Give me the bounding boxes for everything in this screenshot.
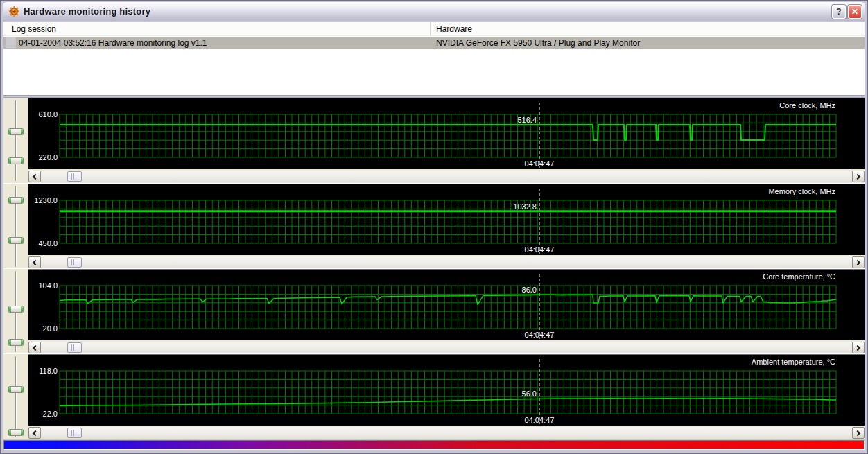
axis-max-label: 104.0	[30, 281, 58, 290]
graph-area: Core clock, MHz 610.0 220.0 516.4 04:04:…	[28, 98, 865, 169]
axis-max-label: 1230.0	[30, 196, 58, 204]
axis-min-label: 22.0	[30, 410, 58, 418]
slider-track[interactable]	[15, 356, 17, 437]
close-button[interactable]: ✕	[848, 5, 862, 19]
horizontal-scrollbar[interactable]	[28, 427, 865, 439]
axis-min-label: 20.0	[30, 324, 58, 333]
row-state-box	[6, 37, 16, 48]
scroll-left-icon	[33, 259, 38, 265]
chart-title: Core clock, MHz	[779, 101, 835, 110]
horizontal-scrollbar[interactable]	[28, 342, 865, 353]
scroll-left-button[interactable]	[28, 427, 41, 439]
scroll-right-button[interactable]	[852, 342, 865, 353]
chart-panel-core-clock: Core clock, MHz 610.0 220.0 516.4 04:04:…	[3, 98, 865, 183]
cursor-time-label: 04:04:47	[505, 331, 574, 339]
close-icon: ✕	[851, 7, 858, 17]
scrollbar-thumb[interactable]	[67, 171, 82, 182]
chart-panel-memory-clock: Memory clock, MHz 1230.0 450.0 1032.8 04…	[3, 183, 865, 268]
scroll-right-button[interactable]	[852, 171, 865, 182]
grip-icon	[71, 259, 78, 265]
axis-min-label: 220.0	[30, 153, 58, 161]
hardware-monitoring-history-window: Hardware monitoring history ? ✕ Log sess…	[0, 0, 868, 454]
cursor-time-label: 04:04:47	[505, 159, 574, 168]
slider-track[interactable]	[15, 100, 17, 181]
scroll-left-button[interactable]	[28, 256, 41, 268]
plot-memory-clock[interactable]	[28, 184, 865, 256]
scroll-right-icon	[855, 173, 860, 179]
list-header: Log session Hardware	[3, 22, 865, 36]
slider-thumb-max[interactable]	[8, 128, 24, 135]
range-slider[interactable]	[3, 269, 28, 354]
chart-title: Ambient temperature, °C	[752, 358, 835, 366]
range-slider[interactable]	[3, 98, 28, 183]
horizontal-scrollbar[interactable]	[28, 171, 865, 182]
slider-thumb-max[interactable]	[8, 386, 24, 393]
plot-ambient-temperature[interactable]	[28, 355, 865, 426]
scroll-left-button[interactable]	[28, 171, 41, 182]
help-icon: ?	[836, 7, 841, 17]
cursor-value-label: 516.4	[517, 116, 537, 124]
scrollbar-thumb[interactable]	[67, 342, 82, 353]
axis-max-label: 610.0	[30, 110, 58, 119]
column-header-log-session[interactable]: Log session	[3, 22, 431, 35]
scroll-right-button[interactable]	[852, 427, 865, 439]
axis-min-label: 450.0	[30, 239, 58, 247]
graph-area: Memory clock, MHz 1230.0 450.0 1032.8 04…	[28, 184, 865, 255]
scrollbar-track[interactable]	[41, 342, 852, 353]
horizontal-scrollbar[interactable]	[28, 256, 865, 268]
temperature-gradient-bar	[3, 440, 865, 450]
grip-icon	[71, 430, 78, 436]
log-session-row[interactable]: 04-01-2004 03:52:16 Hardware monitoring …	[3, 37, 865, 49]
scroll-left-icon	[33, 430, 38, 435]
slider-thumb-min[interactable]	[8, 429, 24, 436]
scroll-left-icon	[33, 173, 38, 179]
scroll-right-icon	[855, 430, 860, 435]
slider-thumb-min[interactable]	[8, 237, 24, 244]
scroll-left-button[interactable]	[28, 342, 41, 353]
chart-panel-ambient-temperature: Ambient temperature, °C 118.0 22.0 56.0 …	[3, 353, 865, 439]
cursor-time-label: 04:04:47	[505, 416, 574, 424]
charts-region: Core clock, MHz 610.0 220.0 516.4 04:04:…	[3, 97, 865, 439]
cursor-value-label: 1032.8	[513, 202, 537, 211]
app-gear-icon	[8, 6, 20, 17]
log-session-list: Log session Hardware 04-01-2004 03:52:16…	[3, 22, 865, 96]
column-header-hardware[interactable]: Hardware	[431, 22, 865, 35]
slider-thumb-max[interactable]	[8, 197, 24, 204]
log-session-cell: 04-01-2004 03:52:16 Hardware monitoring …	[16, 38, 431, 48]
scrollbar-track[interactable]	[41, 427, 852, 439]
graph-area: Ambient temperature, °C 118.0 22.0 56.0 …	[28, 354, 865, 426]
scrollbar-thumb[interactable]	[67, 257, 82, 268]
scroll-right-icon	[855, 344, 860, 350]
scroll-right-button[interactable]	[852, 256, 865, 268]
cursor-value-label: 56.0	[522, 390, 537, 398]
chart-panel-core-temperature: Core temperature, °C 104.0 20.0 86.0 04:…	[3, 268, 865, 353]
hardware-cell: NVIDIA GeForce FX 5950 Ultra / Plug and …	[431, 38, 865, 48]
chart-title: Core temperature, °C	[763, 272, 835, 281]
chart-title: Memory clock, MHz	[768, 187, 835, 195]
cursor-value-label: 86.0	[522, 286, 537, 294]
scrollbar-thumb[interactable]	[67, 428, 82, 438]
slider-thumb-min[interactable]	[8, 157, 24, 164]
grip-icon	[71, 173, 78, 180]
cursor-time-label: 04:04:47	[505, 245, 574, 254]
plot-core-clock[interactable]	[28, 98, 865, 170]
scroll-left-icon	[33, 344, 38, 350]
plot-core-temperature[interactable]	[28, 270, 865, 341]
range-slider[interactable]	[3, 354, 28, 439]
slider-thumb-max[interactable]	[8, 306, 24, 313]
title-bar[interactable]: Hardware monitoring history ? ✕	[3, 2, 865, 21]
grip-icon	[71, 344, 78, 351]
help-button[interactable]: ?	[832, 5, 846, 19]
graph-area: Core temperature, °C 104.0 20.0 86.0 04:…	[28, 269, 865, 340]
scroll-right-icon	[855, 259, 860, 265]
scrollbar-track[interactable]	[41, 256, 852, 268]
range-slider[interactable]	[3, 184, 28, 269]
slider-thumb-min[interactable]	[8, 339, 24, 346]
scrollbar-track[interactable]	[41, 171, 852, 182]
axis-max-label: 118.0	[30, 367, 58, 375]
window-title: Hardware monitoring history	[24, 6, 830, 17]
